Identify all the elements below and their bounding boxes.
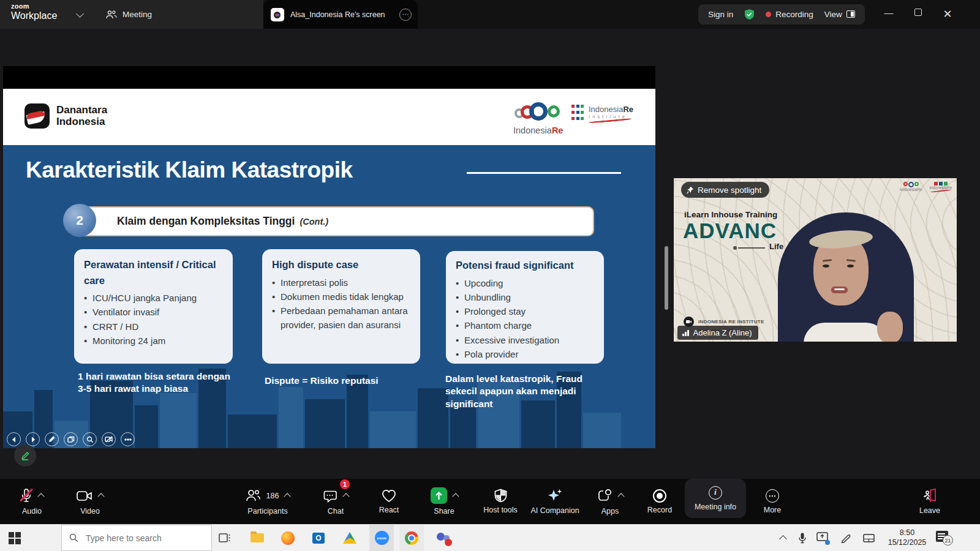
zoom-magnifier-icon[interactable] (83, 432, 97, 446)
sign-in-button[interactable]: Sign in (708, 10, 733, 19)
outlook-icon[interactable]: O (306, 525, 331, 551)
remove-spotlight-button[interactable]: Remove spotlight (681, 182, 769, 198)
section-number-badge: 2 (63, 204, 96, 237)
apps-options-icon[interactable] (617, 493, 624, 500)
video-button[interactable]: Video (62, 479, 118, 524)
brand-line1: zoom (11, 3, 57, 10)
pen-tool-icon[interactable] (45, 432, 59, 446)
participants-button[interactable]: 186 Participants (231, 479, 304, 524)
section-banner: Klaim dengan Kompleksitas Tinggi (Cont.) (72, 206, 594, 236)
audio-button[interactable]: Audio (4, 479, 59, 524)
firefox-icon[interactable] (276, 525, 300, 551)
search-icon (69, 533, 78, 542)
view-button[interactable]: View (824, 10, 855, 19)
audio-signal-icon (682, 330, 689, 336)
share-label: Share (434, 507, 454, 515)
tab-meeting-label: Meeting (123, 10, 152, 19)
leave-label: Leave (919, 506, 940, 515)
file-explorer-icon[interactable] (245, 525, 270, 551)
indonesiare-ring-blue (529, 102, 548, 121)
leave-door-icon (922, 489, 937, 503)
video-slide-subtitle: Life (769, 242, 783, 251)
previous-slide-icon[interactable] (7, 432, 21, 446)
danantara-logo: Danantara Indonesia (24, 103, 107, 129)
chat-icon (323, 489, 337, 503)
more-controls-icon[interactable] (121, 432, 135, 446)
card-potensi-fraud: Potensi fraud significant •Upcoding •Unb… (446, 251, 604, 364)
taskbar-clock[interactable]: 8:50 15/12/2025 (881, 528, 933, 548)
camera-off-icon[interactable] (102, 432, 116, 446)
clock-time: 8:50 (881, 528, 933, 538)
notification-center-button[interactable]: 21 (936, 531, 948, 542)
record-label: Record (647, 506, 672, 514)
tab-meeting[interactable]: Meeting (105, 0, 152, 29)
card-bullet: •Perbedaan pemahaman antara provider, pa… (272, 304, 410, 332)
apps-button[interactable]: Apps (582, 479, 638, 524)
leave-button[interactable]: Leave (902, 479, 957, 524)
tab-options-icon[interactable]: ⋯ (399, 9, 412, 21)
spotlight-video-tile[interactable]: Remove spotlight IndonesiaRe IndonesiaRe (674, 178, 957, 342)
share-options-icon[interactable] (452, 493, 459, 500)
heart-icon (382, 489, 396, 503)
maximize-button[interactable] (909, 7, 927, 18)
tab-shared-screen[interactable]: Alsa_Indonesia Re's screen ⋯ (263, 0, 418, 29)
share-button[interactable]: Share (417, 479, 472, 524)
panel-resize-handle[interactable] (665, 246, 668, 310)
annotate-button[interactable] (14, 444, 36, 467)
task-view-button[interactable] (213, 525, 237, 551)
info-icon: i (709, 486, 722, 500)
titlebar-status-cluster: Sign in Recording View (698, 4, 865, 24)
chat-label: Chat (328, 507, 344, 515)
search-input[interactable] (85, 533, 195, 544)
tray-touchpad-icon[interactable] (856, 525, 881, 551)
workspace-dropdown-icon[interactable] (76, 10, 84, 18)
screen-share-tab-icon (271, 8, 284, 21)
record-button[interactable]: Record (632, 479, 687, 524)
ai-companion-button[interactable]: AI Companion (518, 479, 592, 524)
chat-button[interactable]: Chat 1 (308, 479, 363, 524)
video-label: Video (80, 507, 100, 515)
ai-companion-icon (547, 489, 563, 503)
shared-screen-letterbox (3, 66, 655, 89)
participant-figure (877, 312, 903, 342)
google-drive-icon[interactable] (337, 525, 362, 551)
participants-options-icon[interactable] (284, 493, 291, 500)
audio-options-icon[interactable] (37, 493, 44, 500)
participant-nametag: Adelina Z (Aline) (677, 326, 758, 340)
meeting-info-button[interactable]: i Meeting info (685, 479, 746, 518)
camera-icon (77, 490, 92, 501)
notification-count-badge: 21 (943, 535, 953, 545)
share-screen-icon (431, 487, 447, 504)
react-button[interactable]: React (361, 479, 417, 524)
clock-date: 15/12/2025 (881, 538, 933, 547)
close-button[interactable]: ✕ (938, 7, 957, 21)
next-slide-icon[interactable] (26, 432, 40, 446)
chat-options-icon[interactable] (342, 493, 349, 500)
card-bullet: •Phantom charge (456, 318, 594, 332)
chrome-icon[interactable] (399, 525, 424, 551)
title-rule (467, 172, 621, 174)
taskbar-search[interactable] (61, 525, 212, 551)
tray-pen-icon[interactable] (833, 525, 858, 551)
card-high-dispute: High dispute case •Interpretasi polis •D… (262, 249, 420, 364)
minimize-button[interactable]: — (880, 7, 898, 18)
danantara-logo-line2: Indonesia (56, 116, 107, 127)
video-options-icon[interactable] (97, 493, 104, 500)
start-button[interactable] (9, 532, 21, 544)
react-label: React (379, 506, 399, 514)
participants-label: Participants (247, 507, 287, 515)
zoom-app-icon[interactable]: zoom (369, 525, 394, 551)
tray-screenshare-icon[interactable] (810, 525, 834, 551)
people-app-icon[interactable] (431, 525, 455, 551)
slides-overview-icon[interactable] (64, 432, 78, 446)
participants-icon (246, 489, 260, 502)
titlebar-left-section: zoom Workplace Meeting (0, 0, 263, 29)
security-shield-icon[interactable] (744, 9, 755, 20)
task-view-icon (219, 533, 231, 543)
institute-grid-icon (571, 105, 584, 122)
apps-label: Apps (601, 507, 619, 515)
card-bullet: •ICU/HCU jangka Panjang (84, 291, 223, 305)
windows-taskbar: O zoom 8:50 15/12/2025 (0, 524, 980, 551)
indonesiare-logo: IndonesiaRe (513, 101, 563, 135)
more-button[interactable]: ⋯ More (745, 479, 800, 524)
